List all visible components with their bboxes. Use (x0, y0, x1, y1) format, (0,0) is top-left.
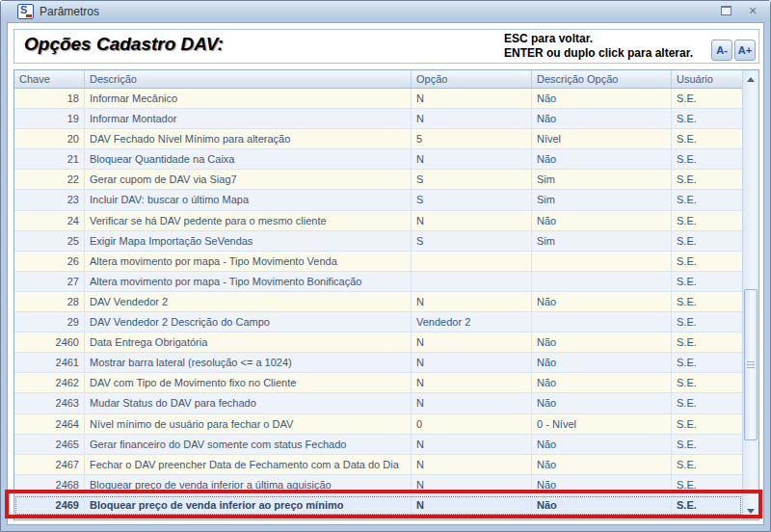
scrollbar-thumb[interactable] (744, 289, 758, 440)
cell-chave: 26 (14, 252, 85, 271)
cell-descricao-opcao: Não (532, 89, 672, 108)
cell-descricao: Bloquear preço de venda inferior ao preç… (85, 495, 412, 515)
cell-descricao-opcao: Sim (532, 170, 672, 189)
cell-usuario: S.E. (672, 89, 742, 108)
cell-descricao: Altera movimento por mapa - Tipo Movimen… (85, 252, 412, 271)
cell-descricao-opcao: Não (532, 475, 672, 494)
cell-usuario: S.E. (672, 312, 742, 332)
table-row[interactable]: 25 Exigir Mapa Importação SeVendas S Sim… (14, 231, 742, 252)
table-row[interactable]: 2469 Bloquear preço de venda inferior ao… (14, 495, 742, 516)
cell-descricao: Bloquear preço de venda inferior a últim… (85, 475, 412, 494)
cell-descricao: Informar Montador (85, 109, 412, 128)
font-size-controls: A- A+ (711, 40, 756, 61)
cell-usuario: S.E. (672, 252, 742, 271)
titlebar[interactable]: S Parâmetros ✕ (1, 1, 770, 22)
cell-opcao: N (412, 353, 532, 372)
cell-opcao: N (412, 89, 532, 108)
cell-descricao-opcao: Não (532, 373, 672, 392)
cell-descricao-opcao: Não (532, 435, 672, 454)
scroll-down-button[interactable] (743, 503, 758, 519)
cell-descricao: DAV com Tipo de Movimento fixo no Client… (85, 373, 412, 392)
table-row[interactable]: 2461 Mostrar barra lateral (resolução <=… (14, 353, 742, 373)
thumb-grip-icon (747, 364, 755, 365)
cell-opcao: 5 (412, 129, 532, 148)
cell-usuario: S.E. (672, 332, 742, 352)
header-panel: Opções Cadastro DAV: ESC para voltar. EN… (13, 29, 759, 64)
table-row[interactable]: 2464 Nível mínimo de usuário para fechar… (14, 414, 742, 435)
column-header-usuario[interactable]: Usuário (672, 70, 742, 88)
table-row[interactable]: 18 Informar Mecânico N Não S.E. (14, 89, 742, 109)
cell-descricao-opcao (532, 312, 672, 332)
cell-chave: 2462 (14, 373, 85, 392)
scroll-up-icon (747, 77, 755, 82)
cell-descricao: Informar Mecânico (85, 89, 412, 108)
cell-opcao: N (412, 211, 532, 230)
table-row[interactable]: 24 Verificar se há DAV pedente para o me… (14, 211, 742, 231)
cell-descricao: Mostrar barra lateral (resolução <= a 10… (85, 353, 412, 372)
cell-descricao-opcao: Não (532, 495, 672, 515)
cell-usuario: S.E. (672, 475, 742, 494)
table-row[interactable]: 21 Bloquear Quantidade na Caixa N Não S.… (14, 149, 742, 170)
cell-chave: 2464 (14, 414, 85, 434)
cell-opcao: S (412, 170, 532, 189)
cell-opcao: N (412, 393, 532, 412)
cell-descricao: DAV Vendedor 2 Descrição do Campo (85, 312, 412, 332)
cell-descricao-opcao: Não (532, 292, 672, 311)
cell-opcao: N (412, 149, 532, 169)
table-body: 18 Informar Mecânico N Não S.E. 19 Infor… (14, 89, 742, 519)
table-row[interactable]: 2463 Mudar Status do DAV para fechado N … (14, 393, 742, 413)
keyboard-hints: ESC para voltar. ENTER ou duplo click pa… (504, 32, 693, 61)
options-table: Chave Descrição Opção Descrição Opção Us… (13, 69, 759, 520)
column-header-descricao[interactable]: Descrição (85, 70, 412, 88)
cell-descricao: Verificar se há DAV pedente para o mesmo… (85, 211, 412, 230)
maximize-button[interactable] (718, 4, 733, 17)
cell-usuario: S.E. (672, 109, 742, 128)
cell-chave: 2469 (14, 495, 85, 515)
window-controls: ✕ (718, 4, 760, 17)
cell-descricao-opcao: Não (532, 332, 672, 352)
column-header-descricao-opcao[interactable]: Descrição Opção (532, 70, 672, 88)
close-button[interactable]: ✕ (745, 4, 760, 17)
vertical-scrollbar[interactable] (742, 70, 758, 519)
table-row[interactable]: 2467 Fechar o DAV preencher Data de Fech… (14, 455, 742, 475)
cell-descricao-opcao: Não (532, 393, 672, 412)
table-row[interactable]: 27 Altera movimento por mapa - Tipo Movi… (14, 272, 742, 292)
hint-enter: ENTER ou duplo click para alterar. (504, 46, 693, 61)
cell-opcao: N (412, 332, 532, 352)
cell-descricao: Mudar Status do DAV para fechado (85, 393, 412, 412)
column-header-chave[interactable]: Chave (14, 70, 85, 88)
cell-chave: 24 (14, 211, 85, 230)
cell-chave: 21 (14, 149, 85, 169)
table-row[interactable]: 2465 Gerar financeiro do DAV somente com… (14, 435, 742, 455)
cell-chave: 2467 (14, 455, 85, 474)
cell-usuario: S.E. (672, 170, 742, 189)
table-row[interactable]: 22 Gerar cupom de DAV via Siag7 S Sim S.… (14, 170, 742, 190)
cell-descricao: Bloquear Quantidade na Caixa (85, 149, 412, 169)
table-row[interactable]: 29 DAV Vendedor 2 Descrição do Campo Ven… (14, 312, 742, 332)
cell-opcao: N (412, 455, 532, 474)
cell-usuario: S.E. (672, 190, 742, 209)
cell-descricao-opcao: Não (532, 149, 672, 169)
table-row[interactable]: 26 Altera movimento por mapa - Tipo Movi… (14, 252, 742, 272)
table-row[interactable]: 19 Informar Montador N Não S.E. (14, 109, 742, 129)
font-increase-button[interactable]: A+ (734, 40, 756, 61)
table-row[interactable]: 23 Incluir DAV: buscar o último Mapa S S… (14, 190, 742, 210)
client-area: Opções Cadastro DAV: ESC para voltar. EN… (7, 22, 764, 525)
table-row[interactable]: 20 DAV Fechado Nível Mínimo para alteraç… (14, 129, 742, 149)
cell-opcao: N (412, 435, 532, 454)
cell-opcao: 0 (412, 414, 532, 434)
cell-descricao-opcao: Não (532, 211, 672, 230)
cell-usuario: S.E. (672, 292, 742, 311)
cell-descricao: DAV Vendedor 2 (85, 292, 412, 311)
cell-descricao: Nível mínimo de usuário para fechar o DA… (85, 414, 412, 434)
table-row[interactable]: 28 DAV Vendedor 2 N Não S.E. (14, 292, 742, 312)
cell-chave: 28 (14, 292, 85, 311)
cell-chave: 20 (14, 129, 85, 148)
column-header-opcao[interactable]: Opção (412, 70, 532, 88)
table-row[interactable]: 2460 Data Entrega Obrigatória N Não S.E. (14, 332, 742, 353)
scroll-up-button[interactable] (743, 71, 758, 87)
cell-opcao: N (412, 373, 532, 392)
font-decrease-button[interactable]: A- (711, 40, 732, 61)
table-row[interactable]: 2468 Bloquear preço de venda inferior a … (14, 475, 742, 495)
table-row[interactable]: 2462 DAV com Tipo de Movimento fixo no C… (14, 373, 742, 393)
